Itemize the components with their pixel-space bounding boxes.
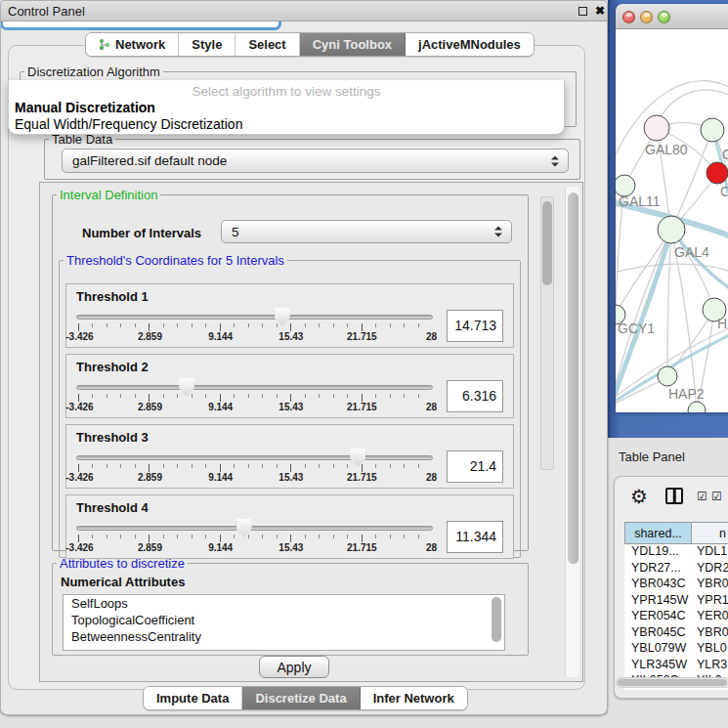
table-data-combobox[interactable]: galFiltered.sif default node xyxy=(62,149,569,173)
table-cell[interactable]: YDR27... xyxy=(624,561,692,578)
tab-discretize-data[interactable]: Discretize Data xyxy=(242,687,360,709)
table-cell[interactable]: YER0 xyxy=(692,609,728,625)
tick-label: -3.426 xyxy=(65,402,93,412)
threshold-2-slider[interactable]: -3.4262.8599.14415.4321.71528 xyxy=(76,378,433,413)
tick-label: 15.43 xyxy=(278,542,303,553)
algorithm-combobox[interactable] xyxy=(0,0,281,30)
table-row[interactable]: YLR345WYLR3 xyxy=(624,658,728,674)
number-of-intervals-label: Number of Intervals xyxy=(82,226,201,240)
network-view-window: GAL80 GAL11 GAL4 GCY1 HAP2 H C G xyxy=(616,4,728,412)
tab-jactivemnodules[interactable]: jActiveMNodules xyxy=(406,33,534,56)
group-title: Threshold's Coordinates for 5 Intervals xyxy=(64,253,287,268)
table-cell[interactable]: YBL0 xyxy=(692,641,728,658)
node-hap2[interactable] xyxy=(658,366,677,386)
slider-tick-labels: -3.4262.8599.14415.4321.71528 xyxy=(78,472,431,483)
table-cell[interactable]: YBR043C xyxy=(624,577,692,593)
threshold-1-row: Threshold 1 -3.4262.8599.14415.4321.7152… xyxy=(65,283,514,348)
tab-infer-network[interactable]: Infer Network xyxy=(361,687,467,709)
node[interactable] xyxy=(701,118,724,142)
table-row[interactable]: YDL19...YDL1 xyxy=(624,544,728,561)
apply-button[interactable]: Apply xyxy=(259,656,329,678)
inner-scrollbar[interactable] xyxy=(540,196,554,470)
tick-label: 9.144 xyxy=(208,331,233,342)
numerical-attributes-list[interactable]: SelfLoops TopologicalCoefficient Between… xyxy=(63,594,505,651)
tick-label: 15.43 xyxy=(278,331,303,342)
list-item[interactable]: SelfLoops xyxy=(64,595,504,612)
slider-track[interactable] xyxy=(76,526,433,531)
threshold-4-value[interactable]: 11.344 xyxy=(447,521,503,553)
network-canvas[interactable]: GAL80 GAL11 GAL4 GCY1 HAP2 H C G xyxy=(616,29,728,412)
table-row[interactable]: YDR27...YDR2 xyxy=(624,561,728,578)
table-row[interactable]: YBL079WYBL0 xyxy=(624,641,728,658)
threshold-2-value[interactable]: 6.316 xyxy=(447,380,503,412)
table-cell[interactable]: YDL1 xyxy=(692,544,728,561)
gear-icon[interactable]: ⚙ xyxy=(630,485,648,508)
threshold-3-slider[interactable]: -3.4262.8599.14415.4321.71528 xyxy=(76,449,433,484)
network-window-titlebar[interactable] xyxy=(616,4,728,29)
slider-tick-labels: -3.4262.8599.14415.4321.71528 xyxy=(78,542,431,553)
slider-track[interactable] xyxy=(76,385,433,390)
attributes-group: Attributes to discretize Numerical Attri… xyxy=(52,556,529,656)
table-body[interactable]: YDL19...YDL1YDR27...YDR2YBR043CYBR0YPR14… xyxy=(624,544,728,690)
table-row[interactable]: YBR043CYBR0 xyxy=(624,577,728,593)
column-header-name[interactable]: n xyxy=(692,523,728,544)
node-red-selected[interactable] xyxy=(707,162,728,184)
dropdown-hint: Select algorithm to view settings xyxy=(9,84,564,99)
list-scrollbar[interactable] xyxy=(492,597,502,648)
checkbox-icon[interactable]: ☑ xyxy=(711,490,722,503)
table-cell[interactable]: YPR145W xyxy=(624,593,692,610)
table-row[interactable]: YBR045CYBR0 xyxy=(624,625,728,642)
tick-label: 9.144 xyxy=(208,542,233,553)
zoom-traffic-light-icon[interactable] xyxy=(658,11,670,23)
slider-track[interactable] xyxy=(76,315,433,320)
slider-ticks xyxy=(78,535,431,542)
threshold-label: Threshold 2 xyxy=(76,360,503,374)
table-cell[interactable]: YBR0 xyxy=(692,577,728,593)
table-cell[interactable]: YLR345W xyxy=(624,658,692,674)
threshold-4-slider[interactable]: -3.4262.8599.14415.4321.71528 xyxy=(76,519,433,554)
node-gal80[interactable] xyxy=(644,115,669,141)
slider-ticks xyxy=(78,323,431,331)
node-label: H xyxy=(717,316,727,331)
table-cell[interactable]: YLR3 xyxy=(692,658,728,674)
tab-style[interactable]: Style xyxy=(179,33,236,56)
threshold-label: Threshold 4 xyxy=(76,500,503,515)
node-gal4[interactable] xyxy=(658,216,685,243)
list-item[interactable]: BetweennessCentrality xyxy=(64,628,504,645)
split-columns-icon[interactable] xyxy=(665,488,683,504)
number-of-intervals-combobox[interactable]: 5 xyxy=(221,220,512,243)
list-item[interactable]: TopologicalCoefficient xyxy=(64,612,504,628)
column-header-shared-name[interactable]: shared... xyxy=(624,523,692,544)
minimize-traffic-light-icon[interactable] xyxy=(640,11,653,23)
threshold-1-value[interactable]: 14.713 xyxy=(447,310,503,342)
tab-label: Infer Network xyxy=(373,691,454,706)
slider-track[interactable] xyxy=(76,455,433,460)
table-cell[interactable]: YPR1 xyxy=(692,593,728,610)
table-cell[interactable]: YDR2 xyxy=(692,561,728,578)
dropdown-option-manual-discretization[interactable]: Manual Discretization xyxy=(15,100,155,115)
table-row[interactable]: YER054CYER0 xyxy=(624,609,728,625)
threshold-1-slider[interactable]: -3.4262.8599.14415.4321.71528 xyxy=(76,308,433,343)
table-cell[interactable]: YDL19... xyxy=(624,544,692,561)
table-cell[interactable]: YER054C xyxy=(624,609,692,625)
table-cell[interactable]: YBR045C xyxy=(624,625,692,642)
tab-label: Impute Data xyxy=(156,691,229,706)
tick-label: 28 xyxy=(426,542,437,553)
table-row[interactable]: YPR145WYPR1 xyxy=(624,593,728,610)
close-traffic-light-icon[interactable] xyxy=(622,11,635,23)
tab-cyni-toolbox[interactable]: Cyni Toolbox xyxy=(300,33,406,56)
checkbox-icon[interactable]: ☑ xyxy=(697,490,707,503)
threshold-3-value[interactable]: 21.4 xyxy=(447,450,503,483)
dropdown-option-equal-width-frequency[interactable]: Equal Width/Frequency Discretization xyxy=(15,116,242,132)
table-cell[interactable]: YBL079W xyxy=(624,641,692,658)
tick-label: 2.859 xyxy=(138,542,162,553)
thresholds-group: Threshold's Coordinates for 5 Intervals … xyxy=(59,253,521,558)
tick-label: 21.715 xyxy=(347,542,377,553)
tab-select[interactable]: Select xyxy=(236,33,299,56)
tab-impute-data[interactable]: Impute Data xyxy=(144,687,242,709)
horizontal-scrollbar[interactable] xyxy=(616,677,728,688)
tab-network[interactable]: Network xyxy=(86,33,179,56)
node[interactable] xyxy=(688,402,706,412)
table-cell[interactable]: YBR0 xyxy=(692,625,728,642)
outer-scrollbar[interactable] xyxy=(565,187,579,677)
